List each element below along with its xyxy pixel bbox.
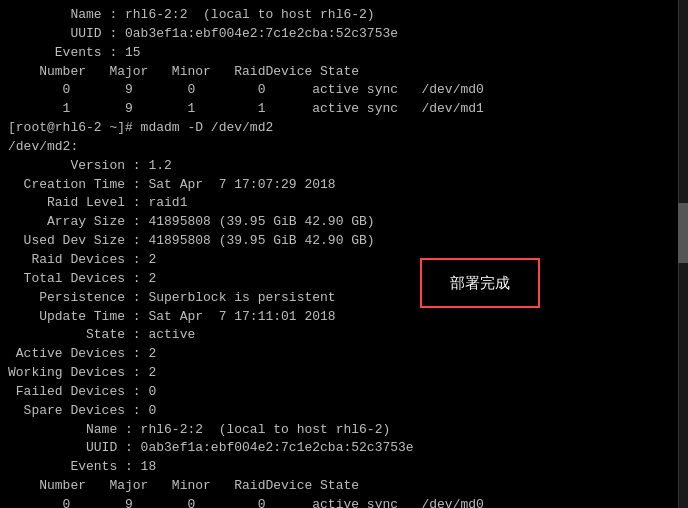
terminal-line: Version : 1.2 — [8, 157, 680, 176]
terminal-line: Name : rhl6-2:2 (local to host rhl6-2) — [8, 6, 680, 25]
terminal-line: Number Major Minor RaidDevice State — [8, 477, 680, 496]
popup-notification: 部署完成 — [420, 258, 540, 308]
terminal-line: Spare Devices : 0 — [8, 402, 680, 421]
terminal-line: State : active — [8, 326, 680, 345]
terminal-line: Update Time : Sat Apr 7 17:11:01 2018 — [8, 308, 680, 327]
terminal-output: Name : rhl6-2:2 (local to host rhl6-2) U… — [8, 6, 680, 508]
terminal-line: Persistence : Superblock is persistent — [8, 289, 680, 308]
terminal-line: Failed Devices : 0 — [8, 383, 680, 402]
terminal-line: UUID : 0ab3ef1a:ebf004e2:7c1e2cba:52c375… — [8, 439, 680, 458]
terminal-line: Array Size : 41895808 (39.95 GiB 42.90 G… — [8, 213, 680, 232]
terminal-line: 1 9 1 1 active sync /dev/md1 — [8, 100, 680, 119]
terminal-line: Events : 18 — [8, 458, 680, 477]
scrollbar-thumb[interactable] — [678, 203, 688, 263]
terminal-line: Events : 15 — [8, 44, 680, 63]
terminal-line: Raid Level : raid1 — [8, 194, 680, 213]
terminal-line: Active Devices : 2 — [8, 345, 680, 364]
terminal-line: 0 9 0 0 active sync /dev/md0 — [8, 496, 680, 508]
terminal-line: Name : rhl6-2:2 (local to host rhl6-2) — [8, 421, 680, 440]
terminal-line: [root@rhl6-2 ~]# mdadm -D /dev/md2 — [8, 119, 680, 138]
terminal-line: Creation Time : Sat Apr 7 17:07:29 2018 — [8, 176, 680, 195]
terminal-line: UUID : 0ab3ef1a:ebf004e2:7c1e2cba:52c375… — [8, 25, 680, 44]
terminal-line: Raid Devices : 2 — [8, 251, 680, 270]
popup-text: 部署完成 — [450, 274, 510, 293]
terminal-line: Used Dev Size : 41895808 (39.95 GiB 42.9… — [8, 232, 680, 251]
terminal-line: 0 9 0 0 active sync /dev/md0 — [8, 81, 680, 100]
terminal-line: Total Devices : 2 — [8, 270, 680, 289]
scrollbar[interactable] — [678, 0, 688, 508]
terminal-window: Name : rhl6-2:2 (local to host rhl6-2) U… — [0, 0, 688, 508]
terminal-line: Working Devices : 2 — [8, 364, 680, 383]
terminal-line: Number Major Minor RaidDevice State — [8, 63, 680, 82]
terminal-line: /dev/md2: — [8, 138, 680, 157]
